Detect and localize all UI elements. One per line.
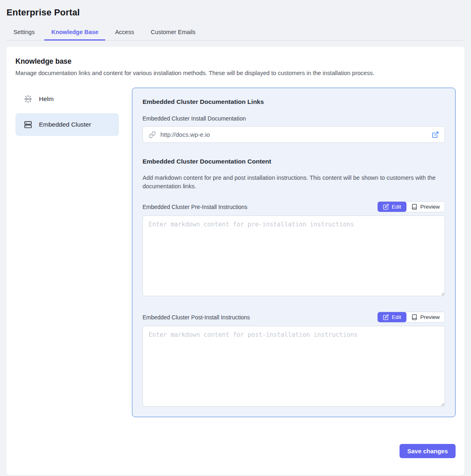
- tab-customer-emails[interactable]: Customer Emails: [144, 24, 202, 41]
- tab-knowledge-base[interactable]: Knowledge Base: [44, 24, 105, 41]
- preview-button[interactable]: Preview: [406, 202, 445, 212]
- preview-button-label: Preview: [420, 204, 440, 210]
- edit-icon: [383, 314, 389, 320]
- page-title: Knowledge base: [15, 57, 456, 66]
- post-install-header-row: Embedded Cluster Post-Install Instructio…: [143, 312, 445, 323]
- save-changes-button[interactable]: Save changes: [400, 444, 456, 458]
- install-doc-url-value: http://docs.wp-e.io: [160, 131, 432, 138]
- post-install-mode-toggle: Edit Preview: [377, 312, 445, 323]
- post-install-label: Embedded Cluster Post-Install Instructio…: [143, 314, 250, 321]
- install-doc-label: Embedded Cluster Install Documentation: [143, 115, 445, 122]
- edit-icon: [383, 204, 389, 210]
- tab-access[interactable]: Access: [108, 24, 141, 41]
- sidebar-item-label: Embedded Cluster: [39, 121, 91, 128]
- content-section-heading: Embedded Cluster Documentation Content: [143, 158, 445, 165]
- save-row: Save changes: [15, 444, 456, 458]
- sidebar-item-helm[interactable]: HELM Helm: [15, 88, 119, 110]
- link-icon: [149, 131, 156, 138]
- edit-button[interactable]: Edit: [378, 202, 406, 212]
- page-description: Manage documentation links and content f…: [15, 70, 456, 76]
- svg-text:HELM: HELM: [25, 98, 32, 100]
- pre-install-mode-toggle: Edit Preview: [377, 201, 445, 212]
- links-section-heading: Embedded Cluster Documentation Links: [143, 98, 445, 106]
- app-header: Enterprise Portal: [0, 0, 471, 18]
- content-row: HELM Helm Embedded Cluster Embedd: [15, 88, 456, 417]
- server-icon: [24, 120, 32, 129]
- tab-bar: Settings Knowledge Base Access Customer …: [6, 24, 465, 41]
- preview-button[interactable]: Preview: [406, 312, 445, 322]
- sidebar-item-label: Helm: [39, 95, 54, 103]
- content-section-description: Add markdown content for pre and post in…: [143, 174, 445, 191]
- install-doc-url-input[interactable]: http://docs.wp-e.io: [143, 126, 445, 143]
- helm-icon: HELM: [24, 95, 32, 103]
- app-title: Enterprise Portal: [6, 7, 465, 18]
- edit-button-label: Edit: [392, 314, 401, 320]
- external-link-icon[interactable]: [432, 131, 439, 138]
- book-icon: [411, 314, 417, 320]
- edit-button-label: Edit: [392, 204, 401, 210]
- book-icon: [411, 204, 417, 210]
- tab-settings[interactable]: Settings: [6, 24, 41, 41]
- post-install-textarea[interactable]: [143, 326, 445, 407]
- edit-button[interactable]: Edit: [378, 312, 406, 322]
- sidebar-item-embedded-cluster[interactable]: Embedded Cluster: [15, 113, 119, 136]
- pre-install-textarea[interactable]: [143, 215, 445, 296]
- preview-button-label: Preview: [420, 314, 440, 320]
- knowledge-base-card: Knowledge base Manage documentation link…: [6, 47, 465, 475]
- embedded-cluster-panel: Embedded Cluster Documentation Links Emb…: [132, 88, 456, 417]
- pre-install-header-row: Embedded Cluster Pre-Install Instruction…: [143, 201, 445, 212]
- install-method-sidebar: HELM Helm Embedded Cluster: [15, 88, 119, 139]
- pre-install-label: Embedded Cluster Pre-Install Instruction…: [143, 204, 247, 210]
